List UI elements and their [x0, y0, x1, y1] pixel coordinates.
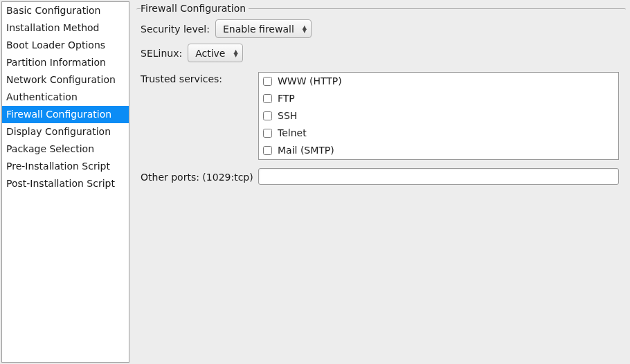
sidebar-item[interactable]: Installation Method	[2, 19, 129, 37]
trusted-service-row[interactable]: WWW (HTTP)	[259, 73, 618, 90]
main-panel: Firewall Configuration Security level: E…	[134, 1, 629, 363]
other-ports-label: Other ports: (1029:tcp)	[141, 170, 258, 183]
trusted-service-label: WWW (HTTP)	[278, 75, 342, 88]
firewall-group: Firewall Configuration Security level: E…	[136, 3, 626, 360]
sidebar-item[interactable]: Pre-Installation Script	[2, 158, 129, 175]
sidebar-item[interactable]: Partition Information	[2, 54, 129, 71]
trusted-service-label: Telnet	[278, 127, 307, 140]
sidebar-item[interactable]: Post-Installation Script	[2, 175, 129, 192]
security-level-value: Enable firewall	[223, 24, 294, 35]
trusted-services-list: WWW (HTTP)FTPSSHTelnetMail (SMTP)	[258, 72, 619, 160]
chevron-updown-icon: ▲▼	[303, 26, 307, 33]
selinux-value: Active	[195, 48, 225, 59]
group-title: Firewall Configuration	[141, 3, 249, 14]
trusted-services-label: Trusted services:	[141, 72, 258, 160]
trusted-service-label: Mail (SMTP)	[278, 144, 334, 157]
trusted-service-row[interactable]: Telnet	[259, 125, 618, 142]
trusted-service-row[interactable]: SSH	[259, 107, 618, 125]
trusted-service-label: FTP	[278, 92, 295, 105]
trusted-service-label: SSH	[278, 109, 297, 122]
security-level-label: Security level:	[141, 24, 210, 35]
security-level-select[interactable]: Enable firewall ▲▼	[215, 19, 312, 38]
trusted-service-checkbox[interactable]	[263, 94, 272, 103]
sidebar: Basic ConfigurationInstallation MethodBo…	[1, 1, 129, 363]
sidebar-item[interactable]: Authentication	[2, 89, 129, 106]
trusted-service-checkbox[interactable]	[263, 111, 272, 120]
chevron-updown-icon: ▲▼	[233, 50, 237, 57]
sidebar-item[interactable]: Network Configuration	[2, 71, 129, 89]
sidebar-item[interactable]: Boot Loader Options	[2, 37, 129, 54]
selinux-label: SELinux:	[141, 48, 182, 59]
trusted-service-row[interactable]: FTP	[259, 90, 618, 107]
sidebar-item[interactable]: Firewall Configuration	[2, 106, 129, 123]
other-ports-input[interactable]	[258, 168, 619, 185]
trusted-service-row[interactable]: Mail (SMTP)	[259, 142, 618, 159]
sidebar-item[interactable]: Display Configuration	[2, 123, 129, 140]
selinux-select[interactable]: Active ▲▼	[188, 44, 242, 62]
sidebar-item[interactable]: Package Selection	[2, 140, 129, 158]
trusted-service-checkbox[interactable]	[263, 77, 272, 86]
trusted-service-checkbox[interactable]	[263, 146, 272, 155]
sidebar-item[interactable]: Basic Configuration	[2, 2, 129, 19]
trusted-service-checkbox[interactable]	[263, 129, 272, 138]
